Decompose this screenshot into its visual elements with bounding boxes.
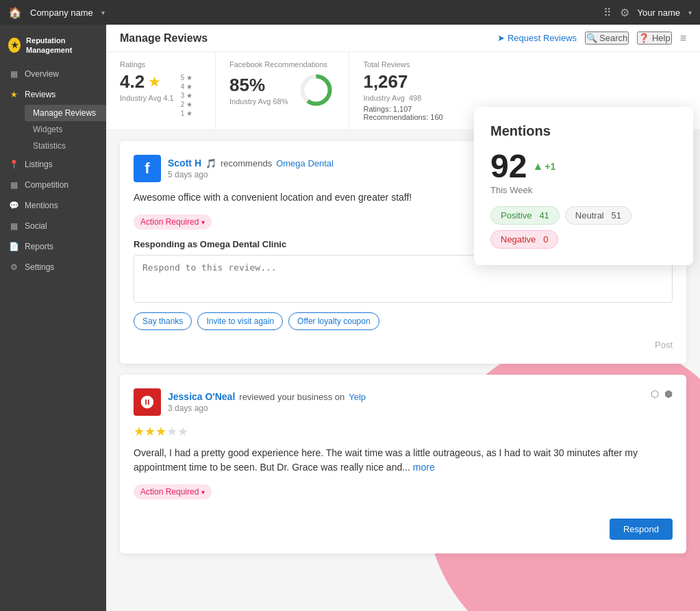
external-link-icon-2[interactable]: ⬢ <box>664 388 673 399</box>
action-required-badge-1[interactable]: Action Required ▾ <box>134 214 212 229</box>
home-icon[interactable]: 🏠 <box>8 6 22 19</box>
reviewer-2-name[interactable]: Jessica O'Neal <box>168 391 235 402</box>
say-thanks-button[interactable]: Say thanks <box>134 312 192 330</box>
negative-tag[interactable]: Negative 0 <box>490 230 558 249</box>
more-link[interactable]: more <box>413 462 435 473</box>
social-icon: ▦ <box>8 221 19 232</box>
sidebar-item-reviews[interactable]: ★ Reviews <box>0 84 106 105</box>
verified-icon: 🎵 <box>205 158 216 169</box>
brand-label: Reputation Management <box>26 36 98 55</box>
sidebar-item-overview[interactable]: ▦ Overview <box>0 64 106 84</box>
sidebar-label-settings: Settings <box>25 262 54 272</box>
sidebar-item-competition[interactable]: ▦ Competition <box>0 175 106 195</box>
review-card-2: Jessica O'Neal reviewed your business on… <box>120 375 686 553</box>
send-icon: ➤ <box>497 33 505 43</box>
sidebar-item-manage-reviews[interactable]: Manage Reviews <box>25 105 106 121</box>
reviewer-1-business[interactable]: Omega Dental <box>276 158 334 169</box>
request-reviews-button[interactable]: ➤ Request Reviews <box>497 33 577 43</box>
sidebar-label-reports: Reports <box>25 242 53 251</box>
respond-button[interactable]: Respond <box>610 519 673 540</box>
search-button[interactable]: 🔍 Search <box>585 32 629 45</box>
reviewer-1-name-line: Scott H 🎵 recommends Omega Dental <box>168 158 334 169</box>
post-button[interactable]: Post <box>655 340 673 350</box>
user-name[interactable]: Your name <box>638 8 680 18</box>
sidebar-label-overview: Overview <box>25 69 59 79</box>
review-2-text: Overall, I had a pretty good experience … <box>134 446 673 475</box>
sidebar-item-listings[interactable]: 📍 Listings <box>0 154 106 175</box>
sidebar-label-social: Social <box>25 221 47 231</box>
ratings-chart: 5 ★ 4 ★ 3 ★ 2 ★ 1 ★ <box>181 74 195 117</box>
reviewer-2-action: reviewed your business on <box>239 392 345 402</box>
ratings-value: 4.2 ★ <box>120 71 174 92</box>
mentions-period: This Week <box>490 185 677 195</box>
review-2-date: 3 days ago <box>168 403 366 413</box>
mentions-popup: Mentions 92 ▲ +1 This Week Positive 41 N… <box>474 107 693 265</box>
review-1-date: 5 days ago <box>168 170 334 179</box>
help-icon: ❓ <box>638 33 649 43</box>
total-reviews-label: Total Reviews <box>363 60 686 68</box>
donut-chart <box>297 71 335 109</box>
overview-icon: ▦ <box>8 68 19 79</box>
competition-icon: ▦ <box>8 179 19 190</box>
mentions-title: Mentions <box>490 123 677 139</box>
reviewer-2-name-line: Jessica O'Neal reviewed your business on… <box>168 391 366 402</box>
content-area: Manage Reviews ➤ Request Reviews 🔍 Searc… <box>106 25 700 611</box>
company-name[interactable]: Company name <box>30 8 93 18</box>
badge-chevron-icon: ▾ <box>201 219 205 226</box>
facebook-industry: Industry Avg 68% <box>229 97 288 105</box>
sidebar-brand: ★ Reputation Management <box>0 30 106 64</box>
facebook-avatar: f <box>134 155 161 182</box>
review-2-footer: Respond <box>134 519 673 540</box>
ratings-industry: Industry Avg 4.1 <box>120 94 174 102</box>
offer-coupon-button[interactable]: Offer loyalty coupon <box>288 312 379 330</box>
sidebar-label-reviews: Reviews <box>25 90 55 99</box>
ratings-card: Ratings 4.2 ★ Industry Avg 4.1 5 ★ <box>106 52 216 129</box>
quick-reply-buttons: Say thanks Invite to visit again Offer l… <box>134 312 673 330</box>
sidebar-label-mentions: Mentions <box>25 201 58 210</box>
positive-tag[interactable]: Positive 41 <box>490 206 560 225</box>
mentions-delta: ▲ +1 <box>532 160 555 173</box>
facebook-label: Facebook Recommendations <box>229 60 335 68</box>
reviewer-1-name[interactable]: Scott H <box>168 158 201 169</box>
mentions-count: 92 ▲ +1 <box>490 147 677 185</box>
page-title: Manage Reviews <box>120 32 208 45</box>
mentions-icon: 💬 <box>8 200 19 211</box>
reviewer-2-platform[interactable]: Yelp <box>349 392 366 402</box>
share-icon-2[interactable]: ⬡ <box>651 388 659 399</box>
reviews-submenu: Manage Reviews Widgets Statistics <box>0 105 106 154</box>
gear-icon[interactable]: ⚙ <box>620 6 629 19</box>
help-button[interactable]: ❓ Help <box>637 32 671 45</box>
sidebar-item-statistics[interactable]: Statistics <box>25 138 106 154</box>
search-icon: 🔍 <box>586 33 597 43</box>
filter-icon[interactable]: ≡ <box>680 32 686 45</box>
sidebar-item-widgets[interactable]: Widgets <box>25 121 106 138</box>
reviewer-1-action: recommends <box>221 158 272 169</box>
mentions-tags: Positive 41 Neutral 51 Negative 0 <box>490 206 677 249</box>
sidebar-item-social[interactable]: ▦ Social <box>0 216 106 236</box>
invite-to-visit-button[interactable]: Invite to visit again <box>197 312 283 330</box>
yelp-avatar <box>134 388 161 416</box>
ratings-label: Ratings <box>120 60 201 68</box>
listings-icon: 📍 <box>8 159 19 170</box>
sidebar-label-competition: Competition <box>25 180 68 190</box>
facebook-recommendations-card: Facebook Recommendations 85% Industry Av… <box>216 52 349 129</box>
sidebar-label-listings: Listings <box>25 160 53 169</box>
grid-icon[interactable]: ⠿ <box>603 6 612 19</box>
chevron-down-icon: ▾ <box>101 9 105 16</box>
settings-icon: ⚙ <box>8 262 19 273</box>
sidebar: ★ Reputation Management ▦ Overview ★ Rev… <box>0 25 106 611</box>
total-reviews-value: 1,267 <box>363 71 686 92</box>
star-icon: ★ <box>149 75 160 90</box>
action-required-badge-2[interactable]: Action Required ▾ <box>134 484 212 499</box>
neutral-tag[interactable]: Neutral 51 <box>565 206 632 225</box>
reports-icon: 📄 <box>8 241 19 252</box>
total-reviews-industry: Industry Avg 498 <box>363 94 686 102</box>
reviews-icon: ★ <box>8 89 19 100</box>
sidebar-item-settings[interactable]: ⚙ Settings <box>0 257 106 277</box>
sidebar-item-reports[interactable]: 📄 Reports <box>0 236 106 257</box>
sidebar-item-mentions[interactable]: 💬 Mentions <box>0 195 106 216</box>
brand-icon: ★ <box>8 38 21 53</box>
user-chevron-icon: ▾ <box>688 9 692 16</box>
review-2-stars: ★★★★★ <box>134 424 673 439</box>
page-header: Manage Reviews ➤ Request Reviews 🔍 Searc… <box>106 25 700 52</box>
